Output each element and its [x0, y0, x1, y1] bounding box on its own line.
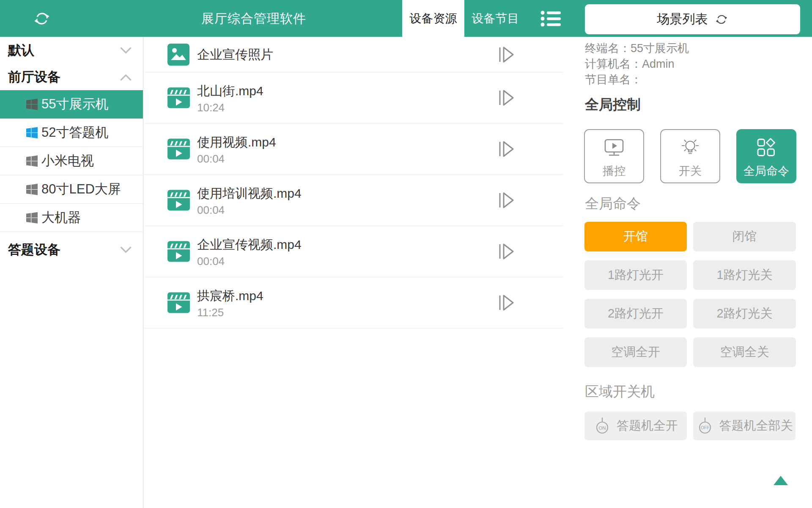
- video-icon: [167, 292, 190, 314]
- terminal-info: 终端名：55寸展示机 计算机名：Admin 节目单名：: [585, 41, 689, 88]
- playback-control-button[interactable]: 播控: [584, 129, 644, 183]
- close-hall-button[interactable]: 闭馆: [693, 222, 796, 251]
- monitor-play-icon: [604, 130, 624, 166]
- light-2-off-button[interactable]: 2路灯光关: [693, 299, 796, 329]
- ac-all-off-button[interactable]: 空调全关: [693, 337, 796, 367]
- media-duration: 11:25: [197, 306, 224, 319]
- play-button[interactable]: [498, 88, 515, 108]
- top-bar: 展厅综合管理软件 设备资源 设备节目 场景列表: [0, 0, 812, 37]
- info-label: 计算机名：: [585, 58, 642, 70]
- tab-device-resources[interactable]: 设备资源: [402, 0, 464, 37]
- terminal-name-line: 终端名：55寸展示机: [585, 41, 689, 56]
- sync-icon: [33, 11, 51, 27]
- media-title: 北山街.mp4: [197, 83, 263, 100]
- play-icon: [498, 88, 515, 108]
- tab-device-programs[interactable]: 设备节目: [464, 0, 527, 37]
- sidebar-item-52inch-quiz[interactable]: 52寸答题机: [0, 119, 143, 147]
- video-icon: [167, 138, 190, 160]
- global-commands-grid: 开馆 闭馆 1路灯光开 1路灯光关 2路灯光开 2路灯光关 空调全开 空调全关: [584, 222, 796, 367]
- info-label: 终端名：: [585, 42, 631, 55]
- global-commands-title: 全局命令: [585, 194, 641, 213]
- video-icon: [167, 87, 190, 109]
- media-duration: 00:04: [197, 255, 225, 268]
- list-menu-button[interactable]: [540, 9, 561, 28]
- windows-icon: [26, 155, 38, 167]
- sidebar-item-55inch-display[interactable]: 55寸展示机: [0, 90, 143, 119]
- media-title: 拱宸桥.mp4: [197, 287, 263, 305]
- video-icon: [167, 189, 190, 212]
- sidebar-group-default[interactable]: 默认: [0, 37, 143, 64]
- group-label: 答题设备: [8, 241, 60, 259]
- area-button-label: 答题机全部关: [719, 417, 793, 434]
- media-duration: 00:04: [197, 204, 225, 217]
- scroll-to-top-button[interactable]: [774, 476, 788, 485]
- light-1-on-button[interactable]: 1路灯光开: [584, 260, 687, 290]
- area-power-buttons: ON 答题机全开 OFF 答题机全部关: [584, 411, 796, 440]
- refresh-button[interactable]: [33, 11, 51, 27]
- device-label: 大机器: [41, 209, 81, 226]
- media-row-photo[interactable]: 企业宣传照片: [144, 37, 563, 72]
- scene-list-label: 场景列表: [657, 11, 708, 28]
- media-row-video[interactable]: 北山街.mp4 10:24: [144, 72, 563, 124]
- area-power-title: 区域开关机: [585, 382, 655, 401]
- video-icon: [167, 240, 190, 263]
- media-row-video[interactable]: 企业宣传视频.mp4 00:04: [144, 226, 563, 277]
- global-command-label: 全局命令: [743, 166, 789, 177]
- media-duration: 10:24: [197, 101, 225, 114]
- chevron-down-icon: [120, 47, 132, 54]
- switch-control-button[interactable]: 开关: [660, 129, 720, 183]
- chevron-down-icon: [120, 246, 132, 254]
- power-on-icon: ON: [593, 417, 611, 435]
- device-label: 55寸展示机: [41, 95, 108, 113]
- svg-text:ON: ON: [598, 425, 606, 431]
- control-panel: 终端名：55寸展示机 计算机名：Admin 节目单名： 全局控制 播控: [563, 37, 812, 508]
- windows-icon: [26, 127, 38, 138]
- open-hall-button[interactable]: 开馆: [584, 222, 687, 251]
- switch-label: 开关: [679, 166, 702, 177]
- photo-icon: [167, 44, 189, 66]
- play-button[interactable]: [498, 45, 515, 64]
- sidebar-item-big-machine[interactable]: 大机器: [0, 204, 143, 232]
- scene-list-button[interactable]: 场景列表: [585, 4, 800, 34]
- svg-text:OFF: OFF: [701, 425, 709, 430]
- windows-icon: [26, 184, 38, 195]
- media-title: 企业宣传视频.mp4: [197, 236, 302, 254]
- play-icon: [498, 293, 515, 312]
- command-grid-icon: [756, 130, 776, 166]
- play-icon: [498, 45, 515, 64]
- computer-name-line: 计算机名：Admin: [585, 56, 689, 72]
- sidebar-item-xiaomi-tv[interactable]: 小米电视: [0, 147, 143, 175]
- info-value: 55寸展示机: [631, 42, 689, 55]
- global-control-buttons: 播控 开关: [584, 129, 796, 183]
- ac-all-on-button[interactable]: 空调全开: [584, 337, 687, 367]
- play-button[interactable]: [498, 242, 515, 261]
- media-row-video[interactable]: 使用视频.mp4 00:04: [144, 124, 563, 175]
- media-row-video[interactable]: 拱宸桥.mp4 11:25: [144, 277, 563, 329]
- device-tree-sidebar: 默认 前厅设备 55寸展示机 52寸答题机 小米电视 80寸LED大屏: [0, 37, 143, 508]
- light-2-on-button[interactable]: 2路灯光开: [584, 299, 687, 329]
- media-title: 使用培训视频.mp4: [197, 185, 302, 202]
- media-file-list: 企业宣传照片 北山街.mp4 10:24: [144, 37, 563, 329]
- media-title: 企业宣传照片: [197, 46, 273, 63]
- global-command-button[interactable]: 全局命令: [736, 129, 796, 183]
- quiz-machines-all-off-button[interactable]: OFF 答题机全部关: [693, 411, 796, 440]
- light-1-off-button[interactable]: 1路灯光关: [693, 260, 796, 290]
- play-icon: [498, 139, 515, 159]
- area-button-label: 答题机全开: [617, 417, 678, 434]
- sidebar-item-80inch-led[interactable]: 80寸LED大屏: [0, 175, 143, 204]
- play-button[interactable]: [498, 139, 515, 159]
- media-row-video[interactable]: 使用培训视频.mp4 00:04: [144, 175, 563, 226]
- playlist-name-line: 节目单名：: [585, 72, 689, 88]
- play-icon: [498, 190, 515, 210]
- sidebar-group-front-hall[interactable]: 前厅设备: [0, 64, 143, 90]
- playback-label: 播控: [603, 166, 625, 177]
- info-value: Admin: [642, 58, 675, 70]
- play-button[interactable]: [498, 190, 515, 210]
- quiz-machines-all-on-button[interactable]: ON 答题机全开: [584, 411, 687, 440]
- chevron-up-icon: [120, 74, 132, 81]
- sidebar-group-quiz-devices[interactable]: 答题设备: [0, 232, 143, 268]
- media-duration: 00:04: [197, 152, 225, 166]
- windows-icon: [26, 99, 38, 110]
- play-button[interactable]: [498, 293, 515, 312]
- app-title: 展厅综合管理软件: [169, 0, 338, 37]
